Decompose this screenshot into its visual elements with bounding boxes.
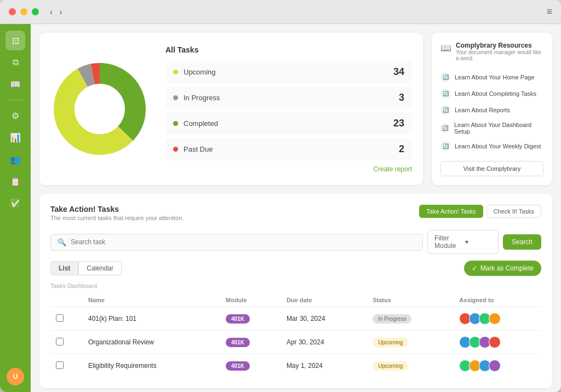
stat-row-inprogress: In Progress 3: [165, 87, 412, 109]
table-head: Name Module Due date Status Assigned to: [50, 293, 541, 307]
titlebar: ‹ › ≡: [0, 0, 561, 24]
search-button[interactable]: Search: [503, 234, 541, 250]
col-duedate: Due date: [281, 293, 367, 307]
main-content: All Tasks Upcoming 34 In Progress 3: [31, 24, 561, 392]
donut-hole: [78, 87, 122, 131]
complybrary-link-digest[interactable]: 🔄 Learn About Your Weekly Digest: [440, 138, 543, 154]
link-icon-dashboard: 🔄: [440, 123, 450, 133]
table-body: 401(k) Plan: 101 401K Mar 30, 2024 In Pr…: [50, 307, 541, 378]
table-row: Organizational Review 401K Apr 30, 2024 …: [50, 331, 541, 354]
complybrary-header: 📖 Complybrary Resources Your document ma…: [440, 42, 543, 61]
sidebar-item-people[interactable]: 👥: [5, 149, 25, 169]
link-icon-reports: 🔄: [440, 105, 450, 115]
col-module: Module: [220, 293, 281, 307]
link-icon-home: 🔄: [440, 72, 450, 82]
inprogress-value: 3: [399, 92, 404, 103]
link-label-digest: Learn About Your Weekly Digest: [455, 143, 541, 149]
status-badge-1: In Progress: [373, 314, 411, 324]
link-label-home: Learn About Your Home Page: [455, 74, 535, 80]
sidebar-item-copy[interactable]: ⧉: [5, 53, 25, 72]
complybrary-subtitle: Your document manager would like a word.: [456, 49, 543, 61]
complybrary-link-reports[interactable]: 🔄 Learn About Reports: [440, 102, 543, 118]
status-badge-2: Upcoming: [373, 338, 408, 347]
link-icon-tasks: 🔄: [440, 89, 450, 99]
avatar-4: [489, 336, 501, 348]
complybrary-link-dashboard[interactable]: 🔄 Learn About Your Dashboard Setup: [440, 118, 543, 138]
sidebar-item-dashboard[interactable]: ⊡: [5, 31, 25, 50]
search-input-wrap[interactable]: 🔍: [50, 234, 423, 251]
col-assigned: Assigned to: [454, 293, 541, 307]
book-resource-icon: 📖: [440, 43, 451, 53]
stat-row-pastdue: Past Due 2: [165, 138, 412, 160]
completed-label: Completed: [184, 119, 393, 128]
row-checkbox-1[interactable]: [56, 314, 64, 322]
user-avatar[interactable]: U: [7, 368, 24, 385]
search-input[interactable]: [71, 238, 416, 246]
stat-row-upcoming: Upcoming 34: [165, 61, 412, 83]
all-tasks-title: All Tasks: [165, 45, 412, 54]
calendar-tab[interactable]: Calendar: [78, 261, 122, 275]
col-check: [50, 293, 83, 307]
chevron-down-icon: ▾: [465, 238, 491, 246]
visit-complybrary-button[interactable]: Visit the Complybrary: [440, 161, 543, 176]
create-report-section: Create report: [165, 165, 412, 173]
complybrary-link-home[interactable]: 🔄 Learn About Your Home Page: [440, 69, 543, 85]
sidebar-item-settings[interactable]: ⚙: [5, 106, 25, 125]
top-section: All Tasks Upcoming 34 In Progress 3: [39, 33, 552, 185]
take-action-tab[interactable]: Take Action! Tasks: [419, 205, 483, 218]
nav-back-button[interactable]: ‹: [50, 7, 53, 17]
list-tab[interactable]: List: [50, 261, 78, 275]
bottom-section: Take Action! Tasks The most current task…: [39, 194, 552, 388]
avatar-4: [489, 360, 501, 372]
assigned-avatars-1: [459, 313, 536, 325]
task-name-3: Eligibility Requirements: [83, 354, 220, 378]
window-controls: [9, 8, 39, 15]
sidebar-divider: [7, 100, 24, 100]
complybrary-title: Complybrary Resources: [456, 42, 543, 49]
table-row: 401(k) Plan: 101 401K Mar 30, 2024 In Pr…: [50, 307, 541, 331]
sidebar-item-clipboard[interactable]: 📋: [5, 171, 25, 191]
donut-chart: [50, 60, 149, 158]
task-name-1: 401(k) Plan: 101: [83, 307, 220, 331]
completed-value: 23: [393, 118, 404, 129]
close-button[interactable]: [9, 8, 16, 15]
mark-complete-label: Mark as Complete: [480, 264, 534, 272]
nav-controls: ‹ ›: [50, 7, 62, 17]
pastdue-dot: [173, 147, 178, 152]
pastdue-label: Past Due: [184, 145, 399, 153]
search-bar: 🔍 Filter Module ▾ Search: [50, 230, 541, 254]
status-badge-3: Upcoming: [373, 361, 408, 371]
sidebar-item-chart[interactable]: 📊: [5, 128, 25, 147]
row-checkbox-2[interactable]: [56, 338, 64, 345]
create-report-link[interactable]: Create report: [373, 165, 412, 173]
mark-as-complete-button[interactable]: ✓ Mark as Complete: [464, 261, 541, 276]
sidebar-item-book[interactable]: 📖: [5, 74, 25, 94]
complybrary-card: 📖 Complybrary Resources Your document ma…: [432, 33, 552, 185]
link-icon-digest: 🔄: [440, 141, 450, 151]
task-stats: All Tasks Upcoming 34 In Progress 3: [165, 45, 412, 173]
task-name-2: Organizational Review: [83, 331, 220, 354]
inprogress-dot: [173, 95, 178, 100]
view-tab-group: List Calendar: [50, 261, 122, 275]
module-badge-1: 401K: [226, 314, 250, 324]
fullscreen-button[interactable]: [32, 8, 39, 15]
sidebar-item-checklist[interactable]: ✅: [5, 193, 25, 213]
checkmark-icon: ✓: [472, 264, 477, 272]
upcoming-dot: [173, 70, 178, 74]
search-icon: 🔍: [58, 238, 66, 246]
main-window: ‹ › ≡ ⊡ ⧉ 📖 ⚙ 📊 👥 📋 ✅ U: [0, 0, 561, 392]
complybrary-link-tasks[interactable]: 🔄 Learn About Completing Tasks: [440, 85, 543, 102]
upcoming-value: 34: [393, 66, 404, 78]
link-label-tasks: Learn About Completing Tasks: [455, 90, 536, 97]
section-header: Take Action! Tasks The most current task…: [50, 205, 541, 221]
col-name: Name: [83, 293, 220, 307]
row-checkbox-3[interactable]: [56, 361, 64, 369]
menu-icon[interactable]: ≡: [546, 6, 552, 18]
due-date-3: May 1, 2024: [281, 354, 367, 378]
check-it-tab[interactable]: Check It! Tasks: [486, 205, 541, 218]
filter-module-select[interactable]: Filter Module ▾: [427, 230, 499, 254]
minimize-button[interactable]: [20, 8, 27, 15]
nav-forward-button[interactable]: ›: [59, 7, 62, 17]
module-badge-3: 401K: [226, 361, 250, 371]
sidebar: ⊡ ⧉ 📖 ⚙ 📊 👥 📋 ✅ U: [0, 24, 31, 392]
